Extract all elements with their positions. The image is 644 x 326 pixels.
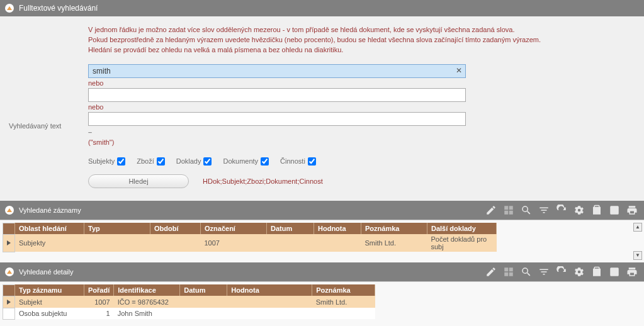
help-text: V jednom řádku je možno zadat více slov … — [88, 25, 579, 55]
dash-separator: – — [88, 128, 466, 136]
details-toolbar — [479, 262, 644, 281]
details-panel: Vyhledané detaily Typ záznamu Pořadí Ide… — [0, 262, 644, 326]
check-dokumenty[interactable] — [261, 157, 269, 166]
filter-icon[interactable] — [538, 266, 550, 278]
check-dokumenty-label: Dokumenty — [223, 157, 269, 166]
refresh-icon[interactable] — [556, 205, 567, 216]
check-cinnosti[interactable] — [308, 157, 316, 166]
fulltext-header: Fulltextové vyhledávání — [0, 0, 644, 16]
table-row[interactable]: Subjekt 1007 IČO = 98765432 Smith Ltd. — [3, 296, 375, 308]
or-label-2: nebo — [88, 103, 466, 111]
details-header: Vyhledané detaily — [0, 262, 644, 281]
clear-input-icon[interactable]: ✕ — [455, 66, 463, 75]
col-ident[interactable]: Identifikace — [114, 284, 180, 296]
fulltext-title: Fulltextové vyhledávání — [19, 4, 98, 13]
grid-icon[interactable] — [503, 266, 514, 278]
print-icon[interactable] — [626, 266, 638, 278]
search-icon[interactable] — [521, 266, 532, 278]
check-subjekty[interactable] — [117, 157, 125, 166]
col-oznaceni[interactable]: Označení — [201, 223, 267, 234]
export-icon[interactable] — [609, 266, 620, 278]
row-marker-icon — [7, 240, 11, 245]
or-label-1: nebo — [88, 79, 466, 87]
fulltext-form: V jednom řádku je možno zadat více slov … — [0, 16, 644, 201]
grid-icon[interactable] — [503, 205, 514, 216]
filter-icon[interactable] — [538, 205, 550, 216]
search-button[interactable]: Hledej — [88, 174, 189, 188]
col-datum[interactable]: Datum — [267, 223, 314, 234]
scroll-up-icon[interactable]: ▲ — [633, 223, 642, 232]
records-toolbar — [479, 201, 644, 220]
table-row[interactable]: Subjekty 1007 Smith Ltd. Počet dokladů p… — [3, 234, 497, 252]
col-obdobi[interactable]: Období — [150, 223, 201, 234]
col-oblast[interactable]: Oblast hledání — [15, 223, 84, 234]
row-marker-icon — [7, 300, 11, 305]
label-search-text: Vyhledávaný text — [6, 122, 88, 130]
search-input-2[interactable] — [88, 88, 466, 102]
check-cinnosti-label: Činnosti — [280, 157, 316, 166]
records-header-row: Oblast hledání Typ Období Označení Datum… — [3, 223, 497, 234]
help-line-3: Hledání se provádí bez ohledu na velká a… — [88, 45, 579, 55]
collapse-icon[interactable] — [5, 206, 14, 215]
print-icon[interactable] — [626, 205, 638, 216]
col-poznamka[interactable]: Poznámka — [312, 284, 375, 296]
col-hodnota[interactable]: Hodnota — [314, 223, 361, 234]
records-grid: Oblast hledání Typ Období Označení Datum… — [0, 220, 644, 262]
col-datum[interactable]: Datum — [180, 284, 227, 296]
check-zbozi[interactable] — [157, 157, 165, 166]
search-scope-text: HDok;Subjekt;Zbozi;Dokument;Cinnost — [203, 177, 323, 185]
collapse-icon[interactable] — [5, 4, 14, 13]
details-title: Vyhledané detaily — [19, 268, 73, 276]
edit-icon[interactable] — [485, 205, 497, 216]
search-icon[interactable] — [521, 205, 532, 216]
clipboard-icon[interactable] — [591, 205, 602, 216]
table-row[interactable]: Osoba subjektu 1 John Smith — [3, 308, 375, 319]
check-subjekty-label: Subjekty — [88, 157, 125, 166]
col-typ[interactable]: Typ záznamu — [15, 284, 84, 296]
col-poradi[interactable]: Pořadí — [84, 284, 114, 296]
scope-checkboxes: Subjekty Zboží Doklady Dokumenty Činnost… — [88, 157, 466, 166]
search-input-3[interactable] — [88, 112, 466, 126]
help-line-2: Pokud bezprostředně za hledaným výrazem … — [88, 35, 579, 45]
details-grid: Typ záznamu Pořadí Identifikace Datum Ho… — [0, 281, 644, 326]
details-header-row: Typ záznamu Pořadí Identifikace Datum Ho… — [3, 284, 375, 296]
records-title: Vyhledané záznamy — [19, 206, 81, 214]
refresh-icon[interactable] — [556, 266, 567, 278]
fulltext-panel: Fulltextové vyhledávání V jednom řádku j… — [0, 0, 644, 201]
check-doklady-label: Doklady — [176, 157, 212, 166]
settings-icon[interactable] — [573, 266, 585, 278]
check-zbozi-label: Zboží — [137, 157, 165, 166]
col-dalsi[interactable]: Další doklady — [427, 223, 497, 234]
settings-icon[interactable] — [573, 205, 585, 216]
col-hodnota[interactable]: Hodnota — [227, 284, 312, 296]
scroll-down-icon[interactable]: ▼ — [633, 251, 642, 260]
help-line-1: V jednom řádku je možno zadat více slov … — [88, 25, 579, 35]
col-poznamka[interactable]: Poznámka — [361, 223, 427, 234]
records-header: Vyhledané záznamy — [0, 201, 644, 220]
check-doklady[interactable] — [203, 157, 212, 166]
query-preview: ("smith") — [88, 138, 466, 146]
collapse-icon[interactable] — [5, 267, 14, 276]
records-scrollbar[interactable]: ▲ ▼ — [633, 223, 643, 260]
col-typ[interactable]: Typ — [84, 223, 150, 234]
records-panel: Vyhledané záznamy Oblast hledání Typ Obd… — [0, 201, 644, 262]
search-input-1[interactable] — [88, 64, 466, 78]
edit-icon[interactable] — [485, 266, 497, 278]
export-icon[interactable] — [609, 205, 620, 216]
clipboard-icon[interactable] — [591, 266, 602, 278]
